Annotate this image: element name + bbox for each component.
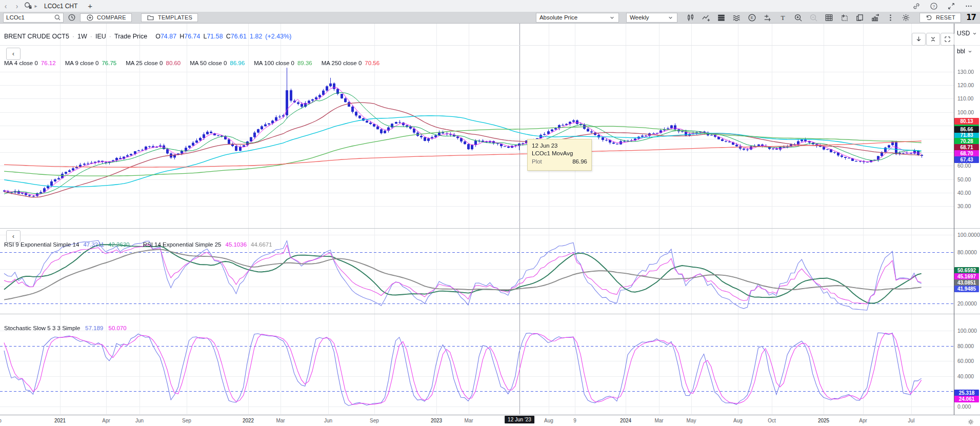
- events-icon[interactable]: E: [747, 13, 757, 23]
- tab-lcoc1-cht[interactable]: LCOc1 CHT: [39, 0, 83, 12]
- legend-exchange: IEU: [95, 33, 106, 40]
- price-badge: 67.43: [954, 156, 979, 163]
- ma-legend-item[interactable]: MA 50 close 086.96: [190, 60, 245, 66]
- ma-legend-item[interactable]: MA 25 close 080.60: [126, 60, 181, 66]
- stoch-legend-row[interactable]: Stochastic Slow 5 3 3 Simple 57.189 50.0…: [4, 325, 127, 331]
- chevron-down-icon: [972, 31, 977, 36]
- plus-circle-icon: [86, 13, 94, 22]
- templates-button[interactable]: TEMPLATES: [141, 13, 198, 22]
- nav-back-icon[interactable]: ‹: [0, 2, 11, 10]
- stoch-tick: 0.000: [957, 403, 971, 410]
- compare-scale-icon[interactable]: [763, 13, 773, 23]
- collapse-pane-button[interactable]: [926, 33, 940, 46]
- ma-value: 70.56: [365, 60, 379, 66]
- kebab-icon[interactable]: [886, 13, 896, 23]
- ma-value: 76.75: [102, 60, 116, 66]
- more-icon[interactable]: [964, 1, 974, 11]
- tab-title: LCOc1 CHT: [44, 3, 77, 10]
- tooltip-plot-value: 86.96: [572, 158, 587, 165]
- stoch-label: Stochastic Slow 5 3 3 Simple: [4, 325, 80, 331]
- rsi-badge: 41.9485: [954, 286, 979, 292]
- stoch-k-value: 57.189: [85, 325, 103, 331]
- price-mode-select[interactable]: Absolute Price: [536, 13, 619, 23]
- ma-label: MA 4 close 0: [4, 60, 38, 66]
- jump-to-latest-button[interactable]: [912, 33, 926, 46]
- ma-legend-item[interactable]: MA 100 close 089.36: [254, 60, 312, 66]
- collapse-legend-button[interactable]: ‹: [6, 48, 21, 60]
- folder-icon: [147, 13, 155, 22]
- reset-button[interactable]: RESET: [919, 13, 961, 23]
- maximize-pane-button[interactable]: [941, 33, 954, 46]
- rsi-tick: 100.0000: [957, 232, 980, 238]
- rsi-legend-group[interactable]: RSI 14 Exponential Simple 2545.103644.66…: [143, 241, 276, 248]
- ma-legend-item[interactable]: MA 9 close 076.75: [65, 60, 117, 66]
- window-resize-icon[interactable]: [946, 1, 956, 11]
- price-chart-canvas[interactable]: [0, 24, 954, 228]
- stoch-tick: 100.000: [957, 328, 977, 334]
- price-tick: 110.00: [957, 95, 973, 102]
- zoom-out-icon[interactable]: [809, 13, 819, 23]
- measure-unit-select[interactable]: bbl: [957, 48, 973, 55]
- symbol-search-input[interactable]: [4, 14, 53, 21]
- pane-separator-2[interactable]: [0, 314, 980, 314]
- nav-forward-icon[interactable]: ›: [11, 2, 23, 10]
- time-axis[interactable]: 12 Jun '23 Sep2021AprJunSep2022MarJunSep…: [0, 415, 980, 426]
- tradingview-logo[interactable]: 17: [966, 13, 976, 22]
- data-tooltip: 12 Jun 23 LCOc1 MovAvg Plot86.96: [527, 139, 592, 171]
- legend-interval: 1W: [77, 33, 87, 40]
- reset-label: RESET: [936, 14, 955, 21]
- templates-label: TEMPLATES: [158, 14, 192, 21]
- stoch-tick: 60.000: [957, 358, 974, 364]
- stoch-panel-canvas[interactable]: [0, 314, 954, 414]
- stoch-d-value: 50.070: [108, 325, 126, 331]
- time-label: Jun: [324, 418, 332, 423]
- export-icon[interactable]: [870, 13, 881, 23]
- rsi-value: 45.1036: [225, 241, 247, 248]
- tooltip-series: LCOc1 MovAvg: [532, 150, 587, 156]
- time-label: Sep: [370, 418, 379, 423]
- legend-change: 1.82: [250, 33, 262, 40]
- search-icon[interactable]: [53, 13, 62, 22]
- interval-value: Weekly: [630, 14, 649, 21]
- interval-select[interactable]: Weekly: [626, 13, 677, 23]
- link-icon[interactable]: [911, 1, 922, 11]
- waves-icon[interactable]: [732, 13, 742, 23]
- rsi-tick: 80.0000: [957, 249, 977, 255]
- rsi-legend-group[interactable]: RSI 9 Exponential Simple 1447.321142.263…: [4, 241, 134, 248]
- help-icon[interactable]: ?: [929, 1, 939, 11]
- price-tick: 60.00: [957, 163, 971, 169]
- price-mode-value: Absolute Price: [539, 14, 577, 21]
- copy-icon[interactable]: [855, 13, 865, 23]
- pane-separator-1[interactable]: [0, 228, 980, 229]
- snapshot-icon[interactable]: [839, 13, 850, 23]
- chevron-down-icon: [609, 14, 615, 21]
- legend-high: H76.74: [179, 33, 200, 40]
- indicators-icon[interactable]: [701, 13, 711, 23]
- legend-field: Trade Price: [114, 33, 147, 40]
- text-tool-icon[interactable]: T: [778, 13, 788, 23]
- ma-legend-row[interactable]: MA 4 close 076.12MA 9 close 076.75MA 25 …: [4, 60, 379, 66]
- time-label: Sep: [0, 418, 2, 423]
- collapse-rsi-button[interactable]: ‹: [6, 230, 21, 242]
- settings-icon[interactable]: [901, 13, 911, 23]
- ma-legend-item[interactable]: MA 4 close 076.12: [4, 60, 56, 66]
- ma-legend-item[interactable]: MA 250 close 070.56: [322, 60, 379, 66]
- new-tab-button[interactable]: +: [83, 2, 97, 10]
- table-icon[interactable]: [824, 13, 834, 23]
- axis-settings-gear-icon[interactable]: [966, 417, 976, 426]
- stoch-tick: 40.000: [957, 373, 974, 379]
- ma-value: 76.12: [41, 60, 56, 66]
- header-separator: [0, 45, 980, 46]
- ma-label: MA 50 close 0: [190, 60, 227, 66]
- currency-unit-select[interactable]: USD: [957, 30, 977, 37]
- time-label: Aug: [733, 418, 743, 423]
- time-label: Mar: [464, 418, 473, 423]
- search-lock-icon[interactable]: [23, 1, 33, 11]
- symbol-legend[interactable]: BRENT CRUDE OCT5· 1W· IEU· Trade Price O…: [4, 33, 291, 40]
- rsi-legend-row[interactable]: RSI 9 Exponential Simple 1447.321142.263…: [4, 241, 276, 248]
- zoom-in-icon[interactable]: [793, 13, 804, 23]
- compare-button[interactable]: COMPARE: [80, 13, 132, 22]
- candles-icon[interactable]: [686, 13, 696, 23]
- rows-icon[interactable]: [716, 13, 727, 23]
- history-clock-button[interactable]: [67, 13, 77, 23]
